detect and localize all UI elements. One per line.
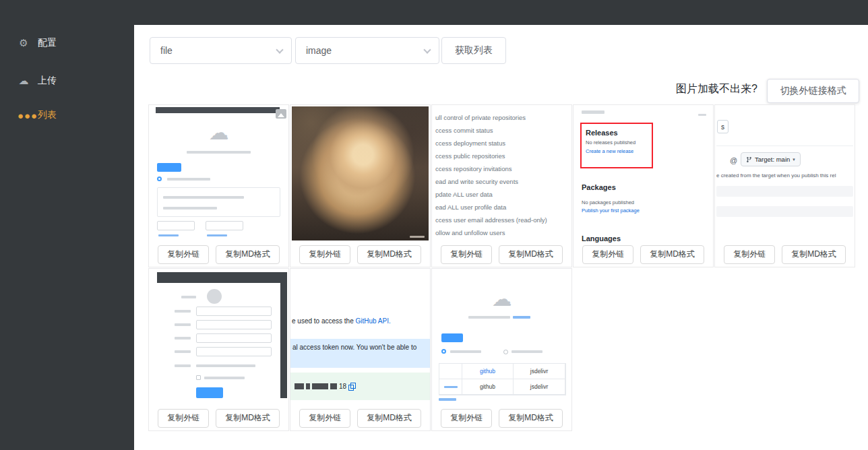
masked-token-segment bbox=[306, 383, 310, 389]
sidebar-item-label: 列表 bbox=[38, 109, 57, 121]
text-line-placeholder bbox=[187, 151, 251, 154]
link-text-placeholder bbox=[207, 234, 227, 236]
link-text-placeholder bbox=[513, 316, 530, 319]
caret-down-icon: ▾ bbox=[793, 157, 795, 162]
copy-md-button[interactable]: 复制MD格式 bbox=[357, 409, 421, 428]
image-placeholder-icon bbox=[276, 109, 286, 119]
scope-line: ccess public repositories bbox=[435, 152, 571, 165]
scope-line: ccess user email addresses (read-only) bbox=[435, 216, 571, 229]
copy-md-button[interactable]: 复制MD格式 bbox=[499, 409, 563, 428]
token-sentence: e used to access the GitHub API. bbox=[292, 317, 391, 325]
form-box-placeholder bbox=[157, 187, 280, 217]
copy-link-button[interactable]: 复制外链 bbox=[158, 409, 209, 428]
at-symbol: @ bbox=[730, 156, 737, 164]
copy-md-button[interactable]: 复制MD格式 bbox=[216, 245, 280, 264]
copy-link-button[interactable]: 复制外链 bbox=[299, 245, 350, 264]
text-line-placeholder bbox=[204, 377, 245, 379]
packages-subtext: No packages published bbox=[582, 199, 634, 205]
thumbnail-access-token: e used to access the GitHub API. al acce… bbox=[290, 269, 430, 407]
thumbnail-release-form: s @ Target: main ▾ e created from the ta… bbox=[715, 105, 855, 243]
sidebar-item-list[interactable]: ●●● 列表 bbox=[18, 107, 57, 123]
fetch-list-button[interactable]: 获取列表 bbox=[441, 37, 506, 64]
thumbnail-upload-page-2: ☁ github jsdelivr github jsdelivr bbox=[432, 269, 571, 407]
image-card: ☁ github jsdelivr github jsdelivr bbox=[431, 268, 572, 431]
screenshot-titlebar bbox=[157, 272, 287, 283]
sidebar-item-label: 配置 bbox=[38, 37, 57, 49]
packages-link: Publish your first package bbox=[582, 207, 640, 214]
copy-link-button[interactable]: 复制外链 bbox=[299, 409, 350, 428]
radio-icon bbox=[503, 350, 508, 354]
sidebar-item-upload[interactable]: ☁ 上传 bbox=[18, 73, 57, 89]
chevron-down-icon bbox=[423, 46, 431, 53]
text-line-placeholder bbox=[450, 350, 481, 353]
input-placeholder bbox=[206, 221, 243, 230]
input-placeholder bbox=[196, 333, 272, 343]
thumbnail-settings-form bbox=[149, 269, 288, 407]
copy-link-button[interactable]: 复制外链 bbox=[724, 245, 775, 264]
switch-link-format-button[interactable]: 切换外链接格式 bbox=[767, 79, 859, 103]
upload-cloud-icon: ☁ bbox=[432, 289, 571, 309]
table-cell: github bbox=[462, 379, 514, 395]
masked-token-segment bbox=[294, 383, 304, 389]
cloud-upload-icon: ☁ bbox=[18, 75, 30, 87]
scope-line: ead and write security events bbox=[435, 178, 571, 191]
copy-link-button[interactable]: 复制外链 bbox=[441, 245, 492, 264]
table-cell bbox=[439, 364, 462, 379]
github-api-link: GitHub API. bbox=[356, 317, 391, 325]
git-branch-icon bbox=[746, 156, 752, 163]
text-line-placeholder bbox=[163, 207, 217, 210]
copy-link-button[interactable]: 复制外链 bbox=[582, 245, 633, 264]
image-card: ull control of private repositories cces… bbox=[431, 104, 572, 267]
thumbnail-upload-page-1: ☁ bbox=[149, 105, 288, 243]
label-placeholder bbox=[175, 337, 191, 340]
copy-md-button[interactable]: 复制MD格式 bbox=[357, 245, 421, 264]
image-card: ☁ 复制外链 复制MD格式 bbox=[148, 104, 289, 267]
copy-md-button[interactable]: 复制MD格式 bbox=[782, 245, 846, 264]
masked-token-segment bbox=[312, 383, 328, 389]
link-text-placeholder bbox=[439, 398, 456, 401]
scope-line: ccess repository invitations bbox=[435, 165, 571, 178]
text-line-placeholder bbox=[468, 316, 510, 319]
dropdown-file-value: file bbox=[160, 45, 173, 56]
chevron-down-icon bbox=[276, 46, 283, 53]
cdn-format-table: github jsdelivr github jsdelivr bbox=[439, 363, 566, 395]
scope-line: ollow and unfollow users bbox=[435, 229, 571, 242]
text-line-placeholder bbox=[582, 110, 604, 114]
copy-md-button[interactable]: 复制MD格式 bbox=[216, 409, 280, 428]
input-placeholder bbox=[196, 307, 272, 316]
label-placeholder bbox=[181, 296, 196, 298]
table-cell: jsdelivr bbox=[514, 364, 565, 379]
text-line-placeholder bbox=[196, 364, 255, 367]
radio-icon bbox=[441, 349, 446, 354]
avatar bbox=[207, 289, 222, 304]
primary-button-mock bbox=[196, 387, 223, 398]
divider bbox=[716, 146, 853, 146]
thumbnail-photo bbox=[290, 105, 430, 243]
copy-link-button[interactable]: 复制外链 bbox=[441, 409, 492, 428]
checkbox-icon bbox=[196, 375, 201, 380]
copy-icon bbox=[348, 383, 355, 390]
scope-line: ccess deployment status bbox=[435, 139, 571, 152]
dropdown-image[interactable]: image bbox=[295, 37, 439, 64]
portrait-photo bbox=[292, 106, 429, 240]
sidebar-item-config[interactable]: ⚙ 配置 bbox=[18, 35, 57, 51]
scope-line: pdate ALL user data bbox=[435, 191, 571, 203]
releases-subtext: No releases published bbox=[586, 139, 648, 146]
copy-md-button[interactable]: 复制MD格式 bbox=[640, 245, 704, 264]
token-value-box: 18 bbox=[290, 373, 430, 400]
input-placeholder bbox=[157, 221, 195, 230]
image-card: 复制外链 复制MD格式 bbox=[148, 268, 289, 431]
label-placeholder bbox=[175, 310, 191, 313]
sidebar-item-label: 上传 bbox=[38, 75, 57, 87]
text-line-placeholder bbox=[698, 114, 706, 116]
image-grid: ☁ 复制外链 复制MD格式 bbox=[148, 104, 855, 431]
thumbnail-oauth-scopes: ull control of private repositories cces… bbox=[432, 105, 571, 243]
dropdown-file[interactable]: file bbox=[150, 37, 292, 64]
dropdown-image-value: image bbox=[306, 45, 332, 56]
release-caption: e created from the target when you publi… bbox=[716, 172, 836, 179]
radio-icon bbox=[157, 176, 162, 181]
copy-md-button[interactable]: 复制MD格式 bbox=[499, 245, 563, 264]
copy-link-button[interactable]: 复制外链 bbox=[158, 245, 209, 264]
screenshot-titlebar bbox=[156, 107, 280, 113]
image-card: Releases No releases published Create a … bbox=[573, 104, 714, 267]
